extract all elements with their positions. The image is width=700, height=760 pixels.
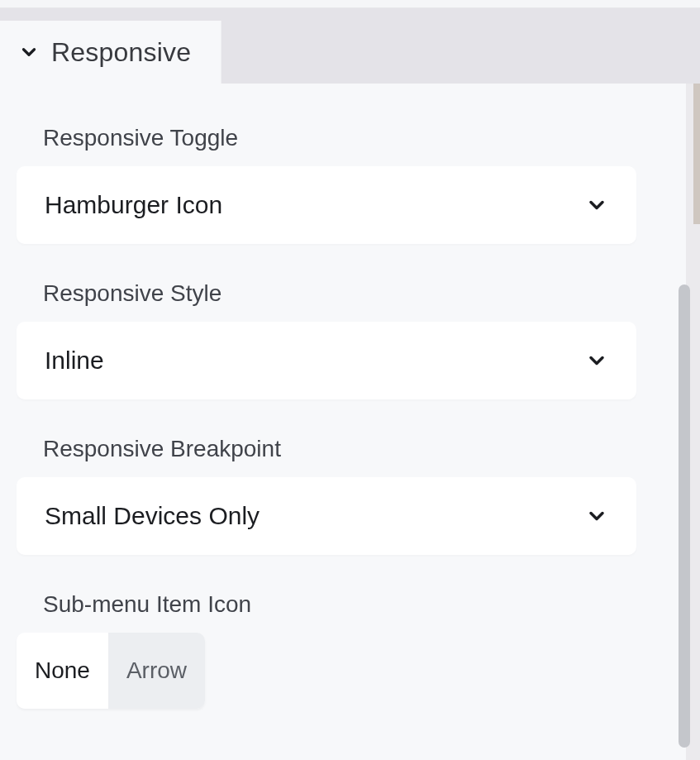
field-submenu-item-icon: Sub-menu Item Icon None Arrow [41, 591, 666, 709]
responsive-breakpoint-select[interactable]: Small Devices Only [17, 477, 636, 555]
tab-title: Responsive [51, 37, 191, 68]
scrollbar-thumb[interactable] [679, 284, 690, 748]
right-sliver [693, 84, 700, 224]
tab-bar: Responsive [0, 21, 700, 84]
responsive-panel: Responsive Toggle Hamburger Icon Respons… [0, 84, 686, 760]
select-value: Inline [45, 347, 104, 375]
select-value: Hamburger Icon [45, 191, 222, 219]
segment-option-arrow[interactable]: Arrow [108, 633, 205, 709]
submenu-item-icon-segmented: None Arrow [17, 633, 205, 709]
chevron-down-icon [18, 41, 40, 63]
responsive-style-select[interactable]: Inline [17, 322, 636, 399]
chevron-down-icon [585, 194, 608, 217]
select-value: Small Devices Only [45, 502, 260, 530]
dark-bar [0, 8, 700, 21]
segment-option-none[interactable]: None [17, 633, 108, 709]
chevron-down-icon [585, 504, 608, 528]
settings-panel-shell: Responsive Responsive Toggle Hamburger I… [0, 0, 700, 760]
responsive-toggle-select[interactable]: Hamburger Icon [17, 166, 636, 244]
field-label: Sub-menu Item Icon [41, 591, 666, 618]
field-label: Responsive Toggle [41, 125, 666, 151]
chevron-down-icon [585, 349, 608, 372]
field-label: Responsive Style [41, 280, 666, 307]
field-responsive-style: Responsive Style Inline [41, 280, 666, 399]
tab-responsive[interactable]: Responsive [0, 21, 221, 84]
field-label: Responsive Breakpoint [41, 436, 666, 462]
top-strip [0, 0, 700, 8]
field-responsive-toggle: Responsive Toggle Hamburger Icon [41, 125, 666, 244]
field-responsive-breakpoint: Responsive Breakpoint Small Devices Only [41, 436, 666, 555]
